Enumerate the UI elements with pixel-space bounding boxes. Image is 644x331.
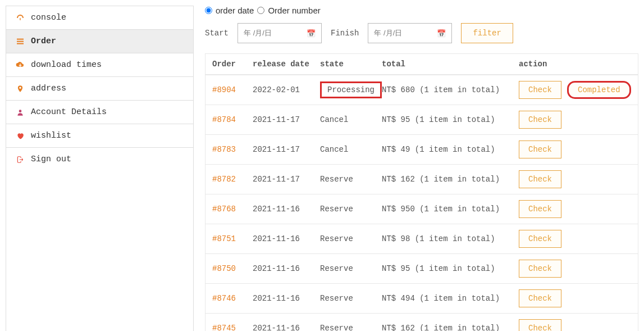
check-button[interactable]: Check [519, 289, 561, 307]
sidebar-item-account[interactable]: Account Details [6, 101, 193, 124]
col-header-order: Order [212, 60, 253, 69]
order-actions: Check [519, 200, 631, 218]
radio-order-date[interactable]: order date [205, 6, 254, 15]
order-link[interactable]: #8750 [212, 264, 253, 273]
order-total: NT$ 162 (1 item in total) [382, 175, 519, 184]
start-label: Start [205, 29, 229, 38]
order-state: Reserve [320, 234, 382, 243]
heart-icon [15, 132, 25, 140]
completed-button[interactable]: Completed [567, 81, 631, 99]
order-date: 2021-11-17 [253, 145, 320, 154]
table-row: #87452021-11-16ReserveNT$ 162 (1 item in… [205, 313, 638, 331]
radio-order-number[interactable]: Order number [257, 6, 320, 15]
sidebar-item-label: address [31, 84, 66, 93]
col-header-total: total [382, 60, 519, 69]
order-state: Cancel [320, 145, 382, 154]
order-total: NT$ 95 (1 item in total) [382, 115, 519, 124]
signout-icon [15, 156, 25, 164]
table-row: #87462021-11-16ReserveNT$ 494 (1 item in… [205, 283, 638, 313]
start-date-input[interactable]: 年 /月/日 [237, 23, 322, 43]
main-panel: order date Order number Start 年 /月/日 Fin… [205, 6, 638, 331]
order-total: NT$ 98 (1 item in total) [382, 234, 519, 243]
check-button[interactable]: Check [519, 111, 561, 129]
radio-order-number-input[interactable] [257, 7, 264, 14]
svg-rect-2 [17, 43, 24, 44]
svg-rect-0 [17, 38, 24, 39]
order-link[interactable]: #8745 [212, 324, 253, 331]
order-total: NT$ 162 (1 item in total) [382, 324, 519, 331]
orders-header: Order release date state total action [205, 54, 638, 75]
order-link[interactable]: #8768 [212, 205, 253, 214]
order-total: NT$ 494 (1 item in total) [382, 294, 519, 303]
order-total: NT$ 680 (1 item in total) [382, 85, 519, 94]
user-icon [15, 108, 25, 116]
order-link[interactable]: #8751 [212, 234, 253, 243]
sidebar-item-order[interactable]: Order [6, 30, 193, 53]
order-link[interactable]: #8746 [212, 294, 253, 303]
sidebar-item-address[interactable]: address [6, 77, 193, 101]
sidebar-item-download-times[interactable]: download times [6, 53, 193, 77]
filter-dates: Start 年 /月/日 Finish 年 /月/日 filter [205, 23, 638, 43]
calendar-icon [437, 29, 446, 38]
list-icon [15, 37, 25, 46]
orders-table: Order release date state total action #8… [205, 53, 638, 331]
order-actions: Check [519, 230, 631, 248]
order-date: 2021-11-16 [253, 264, 320, 273]
order-date: 2022-02-01 [253, 85, 320, 94]
sidebar-item-label: download times [31, 60, 102, 70]
col-header-action: action [519, 60, 631, 69]
order-date: 2021-11-17 [253, 115, 320, 124]
sidebar-item-label: Order [31, 37, 56, 46]
finish-date-input[interactable]: 年 /月/日 [368, 23, 452, 43]
check-button[interactable]: Check [519, 81, 561, 99]
order-state: Reserve [320, 264, 382, 273]
sidebar-item-label: wishlist [31, 131, 71, 140]
table-row: #87832021-11-17CancelNT$ 49 (1 item in t… [205, 134, 638, 164]
date-placeholder: 年 /月/日 [244, 28, 272, 38]
sidebar-item-label: console [31, 13, 66, 22]
order-date: 2021-11-16 [253, 205, 320, 214]
sidebar-item-console[interactable]: console [6, 6, 193, 30]
sidebar-item-label: Account Details [31, 107, 107, 117]
check-button[interactable]: Check [519, 230, 561, 248]
order-actions: Check [519, 111, 631, 129]
order-link[interactable]: #8904 [212, 85, 253, 94]
order-link[interactable]: #8784 [212, 115, 253, 124]
table-row: #87842021-11-17CancelNT$ 95 (1 item in t… [205, 105, 638, 134]
radio-order-date-label: order date [216, 6, 254, 15]
date-placeholder: 年 /月/日 [374, 28, 402, 38]
sidebar: console Order download times address Acc… [6, 6, 194, 331]
order-date: 2021-11-16 [253, 234, 320, 243]
check-button[interactable]: Check [519, 319, 561, 331]
finish-label: Finish [331, 29, 359, 38]
sidebar-item-label: Sign out [31, 155, 71, 164]
order-total: NT$ 95 (1 item in total) [382, 264, 519, 273]
check-button[interactable]: Check [519, 170, 561, 188]
order-actions: Check [519, 170, 631, 188]
order-actions: Check [519, 319, 631, 331]
col-header-state: state [320, 60, 382, 69]
table-row: #87502021-11-16ReserveNT$ 95 (1 item in … [205, 253, 638, 283]
pin-icon [15, 85, 25, 93]
check-button[interactable]: Check [519, 260, 561, 278]
calendar-icon [307, 29, 316, 38]
order-state: Reserve [320, 294, 382, 303]
filter-button[interactable]: filter [461, 23, 513, 43]
cloud-download-icon [15, 61, 25, 70]
radio-order-date-input[interactable] [205, 7, 212, 14]
dashboard-icon [15, 13, 25, 22]
check-button[interactable]: Check [519, 140, 561, 158]
order-actions: Check [519, 289, 631, 307]
check-button[interactable]: Check [519, 200, 561, 218]
svg-point-3 [19, 110, 22, 112]
order-actions: Check [519, 260, 631, 278]
order-date: 2021-11-16 [253, 324, 320, 331]
col-header-date: release date [253, 60, 320, 69]
order-link[interactable]: #8782 [212, 175, 253, 184]
sidebar-item-signout[interactable]: Sign out [6, 148, 193, 171]
order-state: Reserve [320, 175, 382, 184]
sidebar-item-wishlist[interactable]: wishlist [6, 124, 193, 148]
order-link[interactable]: #8783 [212, 145, 253, 154]
table-row: #87822021-11-17ReserveNT$ 162 (1 item in… [205, 164, 638, 194]
order-state: Reserve [320, 205, 382, 214]
